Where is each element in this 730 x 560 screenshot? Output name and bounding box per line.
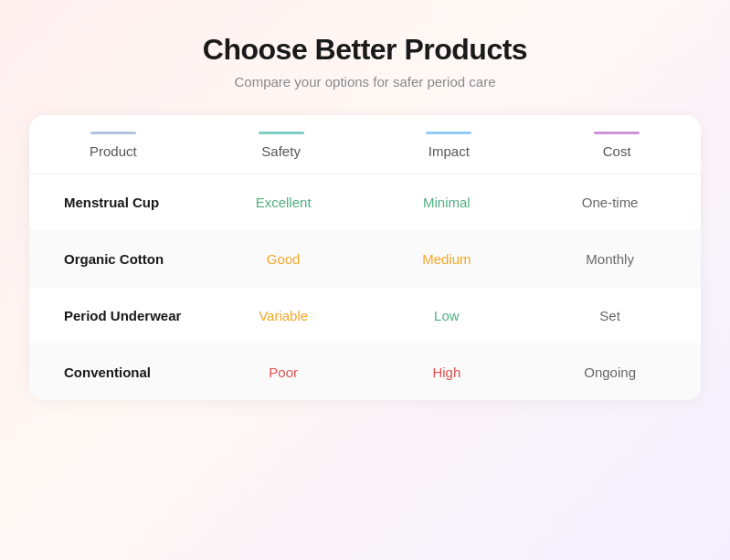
header-cell-impact: Impact: [365, 115, 534, 174]
cell-safety: Excellent: [202, 195, 365, 210]
cell-product: Conventional: [38, 365, 202, 380]
header-accent-cost: [594, 132, 640, 134]
table-row: Menstrual CupExcellentMinimalOne-time: [29, 174, 701, 231]
page-title: Choose Better Products: [203, 33, 527, 67]
cell-impact: Low: [365, 308, 529, 323]
cell-cost: Ongoing: [528, 365, 692, 380]
cell-impact: Medium: [365, 251, 529, 267]
cell-impact: High: [365, 365, 529, 380]
cell-product: Organic Cotton: [38, 251, 202, 267]
header-label-safety: Safety: [261, 143, 301, 159]
table-row: Period UnderwearVariableLowSet: [29, 288, 701, 344]
header-cell-product: Product: [29, 115, 197, 174]
header-label-cost: Cost: [603, 143, 631, 159]
header-accent-impact: [426, 132, 471, 134]
header-label-product: Product: [90, 143, 137, 159]
header-cell-cost: Cost: [533, 115, 701, 174]
cell-safety: Poor: [202, 365, 365, 380]
cell-cost: Monthly: [528, 251, 692, 267]
comparison-table: ProductSafetyImpactCost Menstrual CupExc…: [29, 115, 701, 400]
cell-product: Menstrual Cup: [38, 195, 202, 210]
header-accent-safety: [259, 132, 304, 134]
header-cell-safety: Safety: [197, 115, 365, 174]
cell-safety: Good: [202, 251, 365, 267]
table-header: ProductSafetyImpactCost: [29, 115, 701, 174]
table-row: ConventionalPoorHighOngoing: [29, 344, 701, 400]
header-label-impact: Impact: [428, 143, 470, 159]
header-accent-product: [90, 132, 136, 134]
table-row: Organic CottonGoodMediumMonthly: [29, 231, 701, 288]
cell-cost: Set: [528, 308, 692, 323]
cell-product: Period Underwear: [38, 308, 202, 323]
cell-cost: One-time: [528, 195, 692, 210]
page-subtitle: Compare your options for safer period ca…: [235, 74, 496, 90]
table-body: Menstrual CupExcellentMinimalOne-timeOrg…: [29, 174, 701, 400]
cell-safety: Variable: [202, 308, 365, 323]
cell-impact: Minimal: [365, 195, 529, 210]
